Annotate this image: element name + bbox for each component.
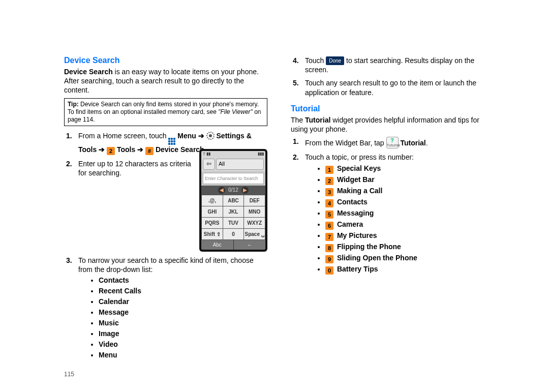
step-3-text: To narrow your search to a specific kind… xyxy=(78,256,254,274)
left-column: Device Search Device Search is an easy w… xyxy=(64,56,267,378)
phone-right-arrow[interactable]: ▶ xyxy=(241,187,249,194)
device-search-steps: From a Home screen, touch Menu ➔ Setting… xyxy=(64,131,267,361)
device-search-heading: Device Search xyxy=(64,56,267,65)
topic-label: Messaging xyxy=(337,209,374,217)
topic-item: 5 Messaging xyxy=(325,208,487,219)
topic-item: 6 Camera xyxy=(325,220,487,230)
tip-reference: "File Viewer" xyxy=(218,108,253,115)
key-badge: 5 xyxy=(325,210,333,219)
topic-label: Flipping the Phone xyxy=(337,243,401,251)
keypad-key[interactable]: GHI xyxy=(202,206,223,217)
topic-label: Contacts xyxy=(337,198,368,206)
topic-label: Camera xyxy=(337,220,363,228)
menu-grid-icon xyxy=(168,138,175,145)
category-item: Music xyxy=(99,318,267,328)
arrow-3: ➔ xyxy=(137,145,145,154)
arrow-2: ➔ xyxy=(99,145,107,154)
phone-backspace-button[interactable]: ← xyxy=(234,240,266,250)
keypad-key[interactable]: DEF xyxy=(244,195,265,206)
right-column: Touch Done to start searching. Results d… xyxy=(291,56,487,378)
step-4: Touch Done to start searching. Results d… xyxy=(305,56,487,74)
keypad-key[interactable]: Shift ⇧ xyxy=(202,229,223,239)
phone-char-counter: 0/12 xyxy=(228,187,238,193)
phone-back-button[interactable]: ⇦ xyxy=(203,159,215,170)
phone-counter-row: ◀ 0/12 ▶ xyxy=(201,186,265,195)
topic-item: 0 Battery Tips xyxy=(325,264,487,275)
tutorial-steps: From the Widget Bar, tap ? Tutorial Tuto… xyxy=(291,137,487,275)
keypad-key[interactable]: PQRS xyxy=(202,218,223,228)
keypad-key[interactable]: JKL xyxy=(223,206,244,217)
arrow-1: ➔ xyxy=(198,132,206,140)
category-list: Contacts Recent Calls Calendar Message M… xyxy=(78,275,267,360)
tutorial-heading: Tutorial xyxy=(291,104,487,113)
topic-item: 7 My Pictures xyxy=(325,231,487,241)
device-search-intro: Device Search is an easy way to locate i… xyxy=(64,67,267,95)
step4-a: Touch xyxy=(305,56,326,65)
key-badge: 4 xyxy=(325,199,333,207)
key-badge: 0 xyxy=(325,266,333,275)
phone-left-arrow[interactable]: ◀ xyxy=(218,187,225,194)
step1-tools: Tools xyxy=(117,145,135,154)
tutorial-widget-icon: ? Tutorial xyxy=(386,137,399,148)
topic-item: 8 Flipping the Phone xyxy=(325,242,487,252)
key-hash-icon: # xyxy=(145,147,154,155)
tut-step1-b: Tutorial xyxy=(400,139,425,147)
topic-label: My Pictures xyxy=(337,231,377,239)
category-item: Menu xyxy=(99,350,267,360)
phone-keypad: .@, ABC DEF GHI JKL MNO PQRS TUV WXYZ Sh… xyxy=(201,195,265,240)
step-5: Touch any search result to go to the ite… xyxy=(305,78,487,97)
keypad-key[interactable]: .@, xyxy=(202,195,223,206)
topic-item: 4 Contacts xyxy=(325,197,487,207)
phone-category-dropdown[interactable]: All xyxy=(216,159,264,170)
key-badge: 7 xyxy=(325,233,333,241)
gear-icon xyxy=(206,132,215,140)
step-3: To narrow your search to a specific kind… xyxy=(78,256,267,360)
topic-item: 1 Special Keys xyxy=(325,164,487,174)
tip-label: Tip: xyxy=(68,101,79,108)
phone-mock: T ▮▮ ▮▮▮ ⇦ All Enter Character to Search… xyxy=(199,149,267,252)
topic-label: Battery Tips xyxy=(337,265,378,273)
key-badge: 3 xyxy=(325,188,333,196)
tutorial-badge-text: Tutorial xyxy=(387,143,400,147)
tut-step-2: Touch a topic, or press its number: 1 Sp… xyxy=(305,153,487,275)
topic-label: Special Keys xyxy=(337,164,381,172)
keypad-key[interactable]: WXYZ xyxy=(244,218,265,228)
phone-signal: T ▮▮ xyxy=(203,152,210,157)
phone-status-bar: T ▮▮ ▮▮▮ xyxy=(201,151,265,157)
tutorial-topic-list: 1 Special Keys 2 Widget Bar 3 Making a C… xyxy=(305,164,487,275)
keypad-key[interactable]: MNO xyxy=(244,206,265,217)
step1-menu: Menu xyxy=(177,132,196,140)
topic-label: Widget Bar xyxy=(337,175,375,184)
keypad-key[interactable]: Space ␣ xyxy=(244,229,265,239)
topic-label: Making a Call xyxy=(337,187,382,195)
done-button-icon: Done xyxy=(326,56,344,65)
topic-item: 3 Making a Call xyxy=(325,186,487,196)
keypad-key[interactable]: 0 xyxy=(223,229,244,239)
category-item: Message xyxy=(99,307,267,318)
category-item: Contacts xyxy=(99,275,267,286)
keypad-key[interactable]: TUV xyxy=(223,218,244,228)
tut-step1-a: From the Widget Bar, tap xyxy=(305,139,386,147)
tut-intro-bold: Tutorial xyxy=(305,116,330,124)
key-2-icon: 2 xyxy=(107,147,115,155)
tut-step-1: From the Widget Bar, tap ? Tutorial Tuto… xyxy=(305,137,487,148)
tut-intro-a: The xyxy=(291,116,305,124)
phone-mode-button[interactable]: Abc xyxy=(201,240,233,250)
category-item: Video xyxy=(99,339,267,350)
step-2-3-with-phone: Enter up to 12 characters as criteria fo… xyxy=(78,159,267,252)
keypad-key[interactable]: ABC xyxy=(223,195,244,206)
device-search-steps-cont: Touch Done to start searching. Results d… xyxy=(291,56,487,97)
tip-box: Tip: Device Search can only find items s… xyxy=(64,98,267,126)
category-item: Image xyxy=(99,328,267,339)
tut-step2-text: Touch a topic, or press its number: xyxy=(305,153,414,161)
step1-text-a: From a Home screen, touch xyxy=(78,132,168,140)
phone-search-input[interactable]: Enter Character to Search xyxy=(203,173,264,184)
tutorial-intro: The Tutorial widget provides helpful inf… xyxy=(291,115,487,134)
key-badge: 2 xyxy=(325,177,333,185)
topic-item: 9 Sliding Open the Phone xyxy=(325,253,487,263)
phone-battery: ▮▮▮ xyxy=(258,152,264,157)
topic-item: 2 Widget Bar xyxy=(325,175,487,185)
category-item: Calendar xyxy=(99,296,267,307)
key-badge: 8 xyxy=(325,244,333,252)
category-item: Recent Calls xyxy=(99,286,267,296)
